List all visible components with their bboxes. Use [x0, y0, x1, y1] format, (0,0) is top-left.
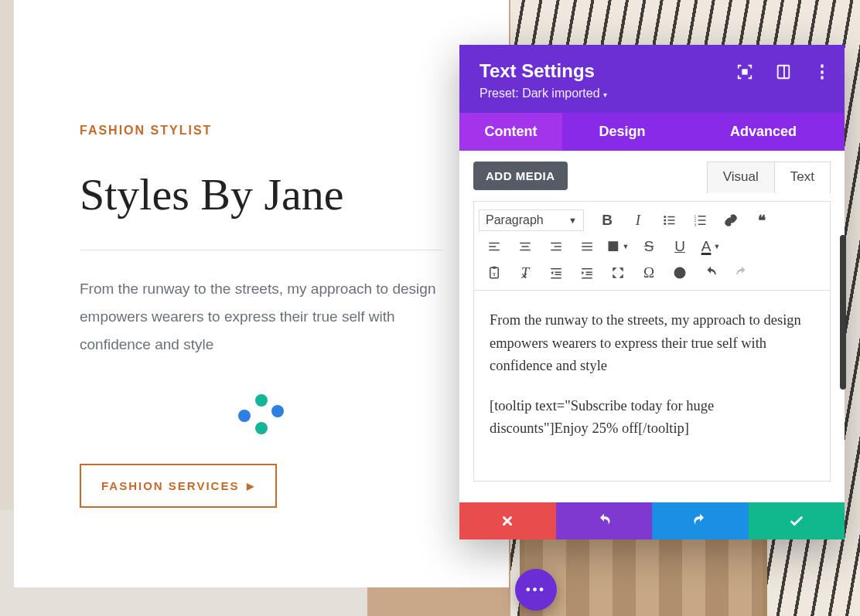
- svg-point-7: [664, 223, 666, 225]
- svg-rect-4: [668, 216, 675, 218]
- svg-point-3: [664, 216, 666, 218]
- panel-scrollbar[interactable]: [840, 235, 846, 390]
- editor-area: ADD MEDIA Visual Text Paragraph ▼ B I 12…: [459, 151, 845, 482]
- svg-rect-35: [582, 268, 592, 270]
- body-text: From the runway to the streets, my appro…: [80, 275, 443, 359]
- paste-as-text-icon[interactable]: T: [479, 260, 510, 285]
- fashion-services-label: FASHION SERVICES: [101, 479, 239, 492]
- svg-rect-36: [586, 272, 592, 274]
- tab-advanced[interactable]: Advanced: [682, 113, 845, 151]
- svg-rect-2: [783, 66, 785, 79]
- eyebrow-text: FASHION STYLIST: [80, 124, 443, 138]
- emoji-icon[interactable]: [664, 260, 695, 285]
- bold-icon[interactable]: B: [592, 208, 623, 233]
- redo-icon: [692, 513, 708, 529]
- save-button[interactable]: [749, 502, 845, 539]
- svg-rect-22: [555, 246, 561, 247]
- clear-formatting-icon[interactable]: T✕: [510, 260, 541, 285]
- align-justify-icon[interactable]: [572, 234, 602, 259]
- editor-paragraph: [tooltip text="Subscribe today for huge …: [490, 395, 814, 441]
- table-icon[interactable]: ▼: [602, 234, 633, 259]
- align-left-icon[interactable]: [479, 234, 510, 259]
- svg-point-40: [677, 271, 679, 273]
- text-color-icon[interactable]: A▼: [695, 234, 726, 259]
- loading-spinner-icon: [238, 394, 285, 436]
- undo-icon[interactable]: [695, 260, 726, 285]
- outdent-icon[interactable]: [541, 260, 572, 285]
- floating-menu-button[interactable]: [515, 569, 557, 611]
- svg-rect-31: [551, 268, 561, 270]
- responsive-preview-icon[interactable]: [775, 63, 792, 80]
- italic-icon[interactable]: I: [623, 208, 654, 233]
- svg-point-5: [664, 220, 666, 222]
- background-left-strip: [0, 0, 14, 510]
- format-select-label: Paragraph: [486, 213, 544, 227]
- link-icon[interactable]: [715, 208, 746, 233]
- panel-header[interactable]: Text Settings Preset: Dark imported▾: [459, 45, 845, 113]
- redo-icon[interactable]: [726, 260, 757, 285]
- undo-icon: [596, 513, 612, 529]
- svg-rect-33: [555, 274, 561, 276]
- svg-rect-25: [582, 246, 592, 247]
- editor-mode-visual[interactable]: Visual: [707, 162, 775, 193]
- text-editor[interactable]: From the runway to the streets, my appro…: [473, 290, 831, 482]
- content-card: FASHION STYLIST Styles By Jane From the …: [14, 0, 509, 587]
- tab-design[interactable]: Design: [562, 113, 682, 151]
- svg-rect-15: [489, 243, 500, 244]
- svg-rect-16: [489, 246, 496, 247]
- more-options-icon[interactable]: [814, 63, 831, 80]
- svg-rect-12: [698, 220, 706, 221]
- svg-rect-6: [668, 220, 675, 221]
- preset-label: Preset: Dark imported: [479, 87, 600, 100]
- svg-rect-8: [668, 223, 675, 225]
- text-settings-panel: Text Settings Preset: Dark imported▾ Con…: [459, 45, 845, 539]
- editor-toolbar: Paragraph ▼ B I 123 ❝ ▼ S U A▼: [473, 201, 831, 290]
- page-title: Styles By Jane: [80, 168, 443, 220]
- svg-text:T: T: [493, 271, 497, 277]
- divider: [80, 250, 443, 250]
- add-media-button[interactable]: ADD MEDIA: [473, 162, 568, 190]
- svg-rect-26: [582, 250, 592, 251]
- svg-rect-23: [551, 250, 561, 251]
- svg-rect-14: [698, 224, 706, 226]
- undo-button[interactable]: [556, 502, 653, 539]
- fashion-services-button[interactable]: FASHION SERVICES ▶: [80, 464, 277, 508]
- underline-icon[interactable]: U: [664, 234, 695, 259]
- editor-mode-text[interactable]: Text: [775, 162, 831, 193]
- preset-dropdown[interactable]: Preset: Dark imported▾: [479, 87, 824, 100]
- align-right-icon[interactable]: [541, 234, 572, 259]
- fullscreen-icon[interactable]: [602, 260, 633, 285]
- chevron-down-icon: ▾: [603, 90, 607, 99]
- bullet-list-icon[interactable]: [654, 208, 684, 233]
- chevron-right-icon: ▶: [247, 481, 255, 492]
- svg-rect-29: [493, 267, 497, 269]
- strikethrough-icon[interactable]: S: [633, 234, 664, 259]
- svg-rect-17: [489, 250, 500, 251]
- svg-rect-18: [520, 243, 531, 244]
- panel-action-bar: [459, 502, 845, 539]
- close-icon: [500, 514, 514, 528]
- svg-rect-34: [551, 277, 561, 279]
- svg-point-41: [681, 271, 683, 273]
- svg-rect-32: [555, 272, 561, 274]
- align-center-icon[interactable]: [510, 234, 541, 259]
- svg-rect-20: [520, 250, 531, 251]
- svg-rect-19: [522, 246, 529, 247]
- tab-content[interactable]: Content: [459, 113, 562, 151]
- numbered-list-icon[interactable]: 123: [684, 208, 715, 233]
- svg-rect-0: [742, 70, 747, 74]
- svg-rect-37: [586, 274, 592, 276]
- indent-icon[interactable]: [572, 260, 602, 285]
- redo-button[interactable]: [652, 502, 749, 539]
- svg-rect-24: [582, 243, 592, 244]
- cancel-button[interactable]: [459, 502, 556, 539]
- snap-to-element-icon[interactable]: [736, 63, 753, 80]
- svg-rect-10: [698, 216, 706, 217]
- special-character-icon[interactable]: Ω: [633, 260, 664, 285]
- svg-rect-38: [582, 277, 592, 279]
- blockquote-icon[interactable]: ❝: [746, 208, 777, 233]
- svg-rect-27: [609, 242, 617, 250]
- format-select[interactable]: Paragraph ▼: [479, 209, 584, 231]
- check-icon: [788, 512, 805, 529]
- svg-text:3: 3: [694, 223, 697, 227]
